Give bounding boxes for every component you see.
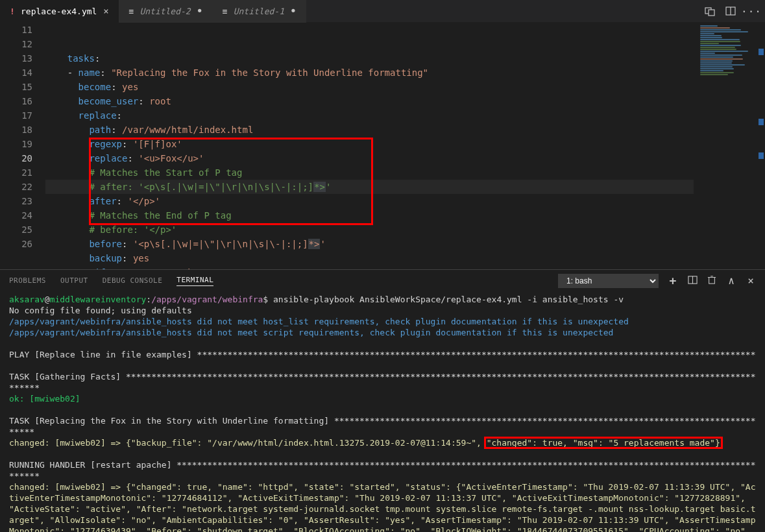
code-content[interactable]: tasks: - name: "Replacing the Fox in the… (45, 23, 694, 269)
close-icon[interactable]: × (101, 6, 111, 16)
yaml-file-icon: ! (8, 6, 17, 16)
maximize-panel-icon[interactable]: ∧ (726, 274, 736, 287)
close-panel-icon[interactable]: × (746, 274, 756, 287)
editor-tab[interactable]: ≡ Untitled-2 • (119, 0, 212, 23)
line-number-gutter: 11121314151617181920212223242526 (0, 23, 45, 269)
tab-bar: ! replace-ex4.yml × ≡ Untitled-2 • ≡ Unt… (0, 0, 765, 23)
minimap[interactable] (694, 23, 765, 269)
panel-tab-terminal[interactable]: TERMINAL (176, 276, 213, 286)
file-icon: ≡ (127, 6, 136, 16)
tab-label: Untitled-1 (234, 6, 284, 16)
bottom-panel: PROBLEMS OUTPUT DEBUG CONSOLE TERMINAL 1… (0, 269, 765, 532)
svg-rect-6 (709, 278, 715, 284)
editor-actions: ··· (704, 5, 765, 18)
dirty-indicator-icon[interactable]: • (288, 6, 298, 16)
file-icon: ≡ (221, 6, 230, 16)
split-editor-icon[interactable] (725, 5, 736, 18)
overview-ruler[interactable] (757, 23, 765, 269)
svg-rect-1 (709, 10, 714, 16)
panel-tab-output[interactable]: OUTPUT (60, 276, 88, 285)
code-editor[interactable]: 11121314151617181920212223242526 tasks: … (0, 23, 765, 269)
new-terminal-icon[interactable]: + (668, 274, 678, 287)
editor-tab[interactable]: ≡ Untitled-1 • (213, 0, 306, 23)
tab-label: replace-ex4.yml (21, 6, 97, 16)
terminal-content[interactable]: aksarav@middlewareinventory:/apps/vagran… (0, 291, 765, 532)
panel-tab-row: PROBLEMS OUTPUT DEBUG CONSOLE TERMINAL 1… (0, 270, 765, 291)
split-terminal-icon[interactable] (687, 275, 698, 287)
compare-changes-icon[interactable] (704, 5, 716, 18)
terminal-selector[interactable]: 1: bash (558, 274, 659, 288)
dirty-indicator-icon[interactable]: • (195, 6, 205, 16)
editor-tab-active[interactable]: ! replace-ex4.yml × (0, 0, 119, 23)
tab-label: Untitled-2 (140, 6, 190, 16)
more-actions-icon[interactable]: ··· (746, 5, 757, 18)
panel-tab-problems[interactable]: PROBLEMS (9, 276, 46, 285)
panel-tab-debug[interactable]: DEBUG CONSOLE (103, 276, 163, 285)
kill-terminal-icon[interactable] (707, 275, 717, 286)
